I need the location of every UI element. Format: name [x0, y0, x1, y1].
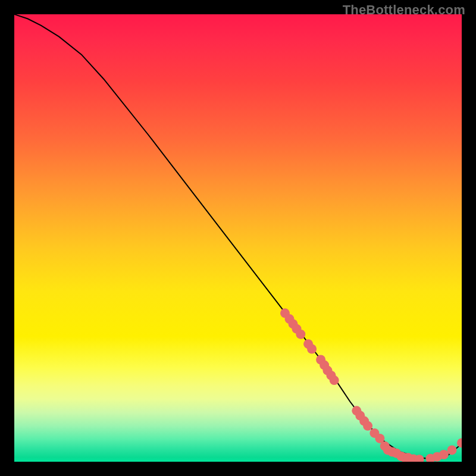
- chart-marker: [296, 330, 305, 339]
- chart-line: [14, 14, 462, 459]
- chart-plot-area: [14, 14, 462, 462]
- chart-marker: [439, 450, 449, 459]
- chart-markers: [280, 308, 462, 462]
- chart-marker: [363, 421, 372, 431]
- watermark-label: TheBottleneck.com: [343, 2, 465, 18]
- chart-marker: [307, 345, 317, 354]
- chart-marker: [330, 375, 339, 385]
- chart-marker: [457, 438, 462, 447]
- chart-svg: [14, 14, 462, 462]
- chart-marker: [447, 445, 457, 455]
